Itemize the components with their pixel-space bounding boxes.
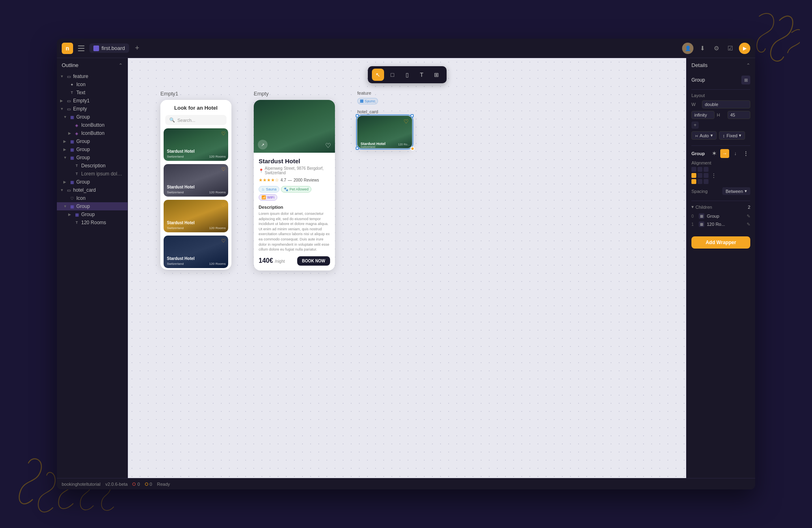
align-bc[interactable] (698, 179, 702, 184)
sidebar-item-group4[interactable]: ▦ Group (57, 154, 127, 162)
hotel-rooms-1: 120 Rooms (209, 155, 226, 158)
sidebar-item-description[interactable]: T Description (57, 162, 127, 170)
mini-heart-button[interactable]: ♡ (404, 118, 409, 125)
align-tl[interactable] (691, 167, 696, 172)
cursor-tool-button[interactable]: ↖ (372, 69, 384, 81)
sidebar-item-feature[interactable]: ▭ feature (57, 72, 127, 80)
sidebar-item-iconbutton2[interactable]: ◈ IconButton (57, 129, 127, 137)
cursor-icon: ↖ (376, 71, 380, 78)
sidebar-item-group-active[interactable]: ▦ Group (57, 202, 127, 210)
group-grid-button[interactable]: ⊞ (741, 76, 750, 84)
search-box[interactable]: 🔍 Search... (165, 115, 227, 125)
heart-button-2[interactable]: ♡ (221, 167, 226, 172)
sauna-label: Sauna (266, 187, 276, 191)
book-now-button[interactable]: BOOK NOW (297, 256, 330, 266)
more-options-button[interactable]: ⋮ (741, 149, 750, 158)
sidebar-item-120rooms[interactable]: T 120 Rooms (57, 219, 127, 227)
details-collapse-button[interactable]: ⌃ (746, 63, 750, 68)
spacing-row: Spacing Between ▾ (691, 187, 750, 195)
align-mr[interactable] (704, 173, 708, 178)
heart-button-1[interactable]: ♡ (221, 131, 226, 136)
align-bl[interactable] (691, 179, 696, 184)
h-value-input[interactable]: 45 (728, 111, 751, 119)
outline-tree: ▭ feature ✦ Icon T Text ▭ (57, 72, 127, 478)
frame-tool-button[interactable]: □ (387, 69, 399, 81)
child-edit-1[interactable]: ✎ (747, 222, 750, 227)
tree-node-label: Group (76, 114, 124, 120)
hotel-rooms-4: 120 Rooms (209, 262, 226, 266)
auto-select[interactable]: ›‹ Auto ▾ (691, 131, 717, 140)
hotel-card-canvas-label: hotel_card (357, 109, 412, 114)
share-icon[interactable]: ☑ (725, 43, 735, 53)
child-icon-1: ▦ (699, 221, 704, 227)
child-icon-0: ▦ (699, 213, 704, 219)
align-tr[interactable] (704, 167, 708, 172)
chevron-down-icon (60, 188, 64, 192)
text-tool-button[interactable]: T (416, 69, 428, 81)
rating-value: 4.7 (281, 178, 286, 182)
text-icon: T (74, 171, 80, 177)
download-icon[interactable]: ⬇ (698, 43, 707, 53)
play-button[interactable]: ▶ (739, 43, 750, 54)
add-dimension-button[interactable]: + (691, 121, 699, 129)
sidebar-item-group5[interactable]: ▦ Group (57, 178, 127, 186)
sidebar-item-hotel-card[interactable]: ▭ hotel_card (57, 186, 127, 194)
details-body: Group ⊞ Layout W double (687, 72, 755, 478)
corner-handle-tr[interactable] (410, 114, 414, 117)
heart-button-4[interactable]: ♡ (221, 238, 226, 244)
error-dot-icon (132, 483, 136, 486)
sidebar-item-iconbutton1[interactable]: ◈ IconButton (57, 121, 127, 129)
active-tab[interactable]: first.board (89, 43, 129, 53)
phone-tool-button[interactable]: ▯ (401, 69, 413, 81)
w-value-input[interactable]: infinity (691, 111, 715, 119)
heart-favorite-button[interactable]: ♡ (325, 142, 331, 149)
sidebar-item-lorem[interactable]: T Lorem ipsum dolor si (57, 170, 127, 178)
share-button[interactable]: ↗ (258, 140, 268, 149)
menu-button[interactable] (76, 43, 86, 53)
sidebar-item-empty1[interactable]: ▭ Empty1 (57, 97, 127, 105)
add-wrapper-button[interactable]: Add Wrapper (691, 236, 750, 249)
text-icon: T (74, 163, 80, 169)
group-direction-section: Group ✶ → ↓ ⋮ Alignment (691, 149, 750, 195)
outline-collapse-button[interactable]: ⌃ (119, 63, 123, 68)
resize-handle[interactable] (410, 147, 415, 151)
logo-icon[interactable]: n (62, 43, 73, 54)
spacing-select[interactable]: Between ▾ (722, 187, 750, 195)
align-tc[interactable] (698, 167, 702, 172)
user-avatar[interactable]: 👤 (682, 43, 693, 54)
sidebar-item-empty[interactable]: ▭ Empty (57, 105, 127, 113)
sidebar-item-icon2[interactable]: ♡ Icon (57, 194, 127, 202)
down-arrow-button[interactable]: ↓ (731, 149, 740, 158)
sidebar-item-group3[interactable]: ▦ Group (57, 145, 127, 154)
fixed-select[interactable]: ↕ Fixed ▾ (719, 131, 745, 140)
sidebar-item-text[interactable]: T Text (57, 89, 127, 97)
more-icon[interactable]: ⋮ (711, 172, 717, 179)
w-type-input[interactable]: double (702, 100, 750, 108)
add-tab-button[interactable]: + (132, 43, 142, 53)
canvas-panel-empty1: Empty1 Look for an Hotel 🔍 Search... (160, 91, 231, 270)
align-mc[interactable] (698, 173, 702, 178)
sidebar-item-group2[interactable]: ▦ Group (57, 137, 127, 145)
corner-handle-tl[interactable] (356, 114, 359, 117)
align-br[interactable] (704, 179, 708, 184)
grid-tool-button[interactable]: ⊞ (430, 69, 443, 81)
child-item-1: 1 ▦ 120 Ro... ✎ (691, 220, 750, 228)
sidebar-item-icon[interactable]: ✦ Icon (57, 80, 127, 89)
title-bar: n first.board + 👤 ⬇ ⚙ ☑ ▶ (57, 39, 755, 58)
child-edit-0[interactable]: ✎ (747, 214, 750, 219)
reviews-count: 2000 Reviews (294, 178, 319, 182)
group-icon: ▦ (69, 179, 75, 185)
wifi-tag: 📶 WiFi (259, 194, 277, 201)
sidebar-item-group-inner[interactable]: ▦ Group (57, 210, 127, 219)
settings-icon[interactable]: ⚙ (711, 43, 721, 53)
sidebar-item-group1[interactable]: ▦ Group (57, 113, 127, 121)
asterisk-button[interactable]: ✶ (710, 149, 719, 158)
align-ml[interactable] (691, 173, 696, 178)
frame-icon: ▭ (66, 98, 71, 104)
canvas-area[interactable]: ↖ □ ▯ T ⊞ Empty1 (128, 58, 686, 478)
corner-handle-bl[interactable] (356, 147, 359, 150)
right-arrow-button[interactable]: → (720, 149, 729, 158)
tree-node-label: Empty1 (73, 98, 124, 104)
heart-button-3[interactable]: ♡ (221, 202, 226, 208)
chevron-right-icon (68, 131, 72, 135)
